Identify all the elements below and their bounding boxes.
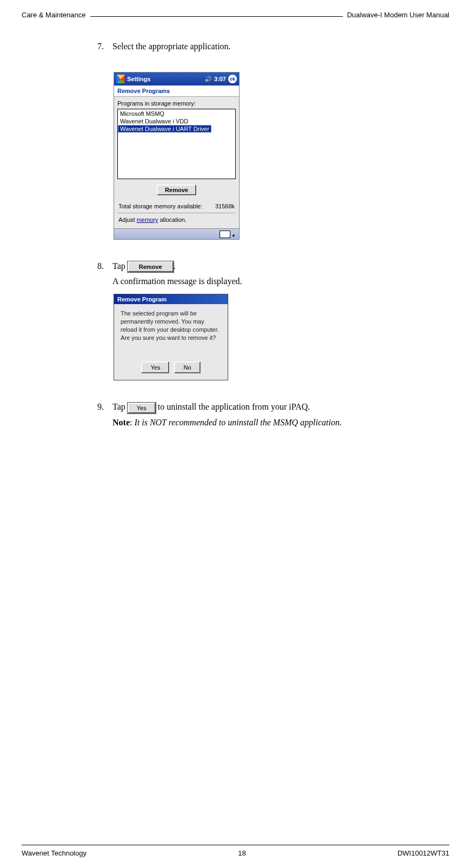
step-text: Select the appropriate application. xyxy=(112,42,428,51)
memory-row: Total storage memory available: 31568k xyxy=(117,200,236,212)
memory-label: Total storage memory available: xyxy=(118,203,202,209)
step8-tap-prefix: Tap xyxy=(112,261,128,271)
ipaq-topbar: Settings 3:07 ok xyxy=(114,73,239,86)
remove-programs-tab[interactable]: Remove Programs xyxy=(114,86,239,97)
remove-program-dialog: Remove Program The selected program will… xyxy=(114,294,228,380)
footer-center: 18 xyxy=(238,849,246,857)
inline-remove-button: Remove xyxy=(128,261,174,272)
keyboard-menu-arrow-icon[interactable] xyxy=(230,232,236,239)
adjust-prefix: Adjust xyxy=(118,216,137,223)
step9-tap-suffix: to uninstall the application from your i… xyxy=(156,402,310,411)
step8-tap-suffix: . xyxy=(174,261,176,271)
step9-tap-prefix: Tap xyxy=(112,402,128,411)
header-right: Dualwave-I Modem User Manual xyxy=(347,11,449,19)
ok-button[interactable]: ok xyxy=(228,75,237,83)
header-line xyxy=(86,16,347,24)
memory-link[interactable]: memory xyxy=(137,216,158,223)
step-9: 9. Tap Yes to uninstall the application … xyxy=(97,402,428,427)
step-8: 8. Tap Remove. A confirmation message is… xyxy=(97,261,428,286)
ipaq-body: Programs in storage memory: Microsoft MS… xyxy=(114,97,239,228)
page-header: Care & Maintenance Dualwave-I Modem User… xyxy=(22,11,449,19)
adjust-suffix: allocation. xyxy=(158,216,187,223)
memory-value: 31568k xyxy=(215,203,235,209)
ipaq-bottombar xyxy=(114,228,239,239)
list-item[interactable]: Wavenet Dualwave i VDD xyxy=(118,117,235,125)
document-page: Care & Maintenance Dualwave-I Modem User… xyxy=(0,0,471,868)
step-7: 7. Select the appropriate application. xyxy=(97,42,428,51)
step-number: 7. xyxy=(97,42,112,51)
dialog-title: Remove Program xyxy=(114,294,228,304)
footer-left: Wavenet Technology xyxy=(22,849,87,857)
header-left: Care & Maintenance xyxy=(22,11,86,19)
dialog-text: The selected program will be permanently… xyxy=(121,310,221,355)
keyboard-icon[interactable] xyxy=(220,231,230,238)
note-label: Note xyxy=(112,418,130,427)
speaker-icon[interactable] xyxy=(204,76,212,83)
step-number: 8. xyxy=(97,261,112,286)
remove-button[interactable]: Remove xyxy=(157,185,196,195)
yes-button[interactable]: Yes xyxy=(141,361,169,373)
note-text: It is NOT recommended to uninstall the M… xyxy=(134,418,342,427)
no-button[interactable]: No xyxy=(174,361,200,373)
page-footer: Wavenet Technology 18 DWI10012WT31 xyxy=(22,849,449,857)
footer-right: DWI10012WT31 xyxy=(397,849,449,857)
footer-rule xyxy=(22,845,449,845)
inline-yes-button: Yes xyxy=(128,403,156,413)
content-area: 7. Select the appropriate application. S… xyxy=(22,20,449,428)
step8-line2: A confirmation message is displayed. xyxy=(112,277,428,286)
list-item[interactable]: Wavenet Dualwave i UART Driver xyxy=(118,125,211,133)
ipaq-settings-window: Settings 3:07 ok Remove Programs Program… xyxy=(114,72,240,240)
list-item[interactable]: Microsoft MSMQ xyxy=(118,110,235,117)
programs-label: Programs in storage memory: xyxy=(117,100,236,107)
programs-listbox[interactable]: Microsoft MSMQ Wavenet Dualwave i VDD Wa… xyxy=(117,109,236,179)
window-title-label: Settings xyxy=(127,76,150,82)
step-number: 9. xyxy=(97,402,112,427)
start-flag-icon[interactable] xyxy=(116,75,125,83)
adjust-row: Adjust memory allocation. xyxy=(117,214,236,225)
clock-label: 3:07 xyxy=(214,76,226,82)
